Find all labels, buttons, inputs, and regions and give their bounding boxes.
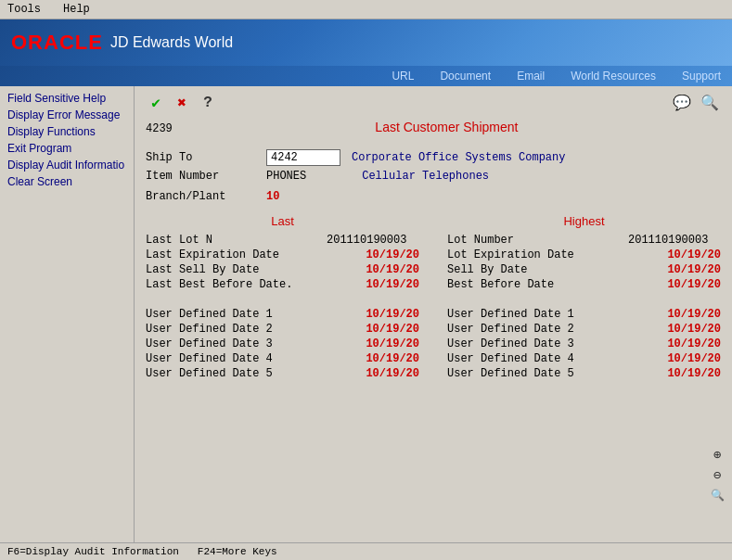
- menubar: Tools Help: [0, 0, 732, 19]
- sidebar-item-field-sensitive-help[interactable]: Field Sensitive Help: [0, 90, 134, 107]
- nav-document[interactable]: Document: [436, 68, 494, 84]
- statusbar-f24: F24=More Keys: [198, 546, 277, 557]
- ship-to-row: Ship To Corporate Office Systems Company: [146, 149, 721, 166]
- ship-to-label: Ship To: [146, 151, 266, 164]
- highest-udd4-row: User Defined Date 4 10/19/20: [447, 352, 721, 365]
- highest-udd5-row: User Defined Date 5 10/19/20: [447, 367, 721, 380]
- help-button[interactable]: ?: [198, 93, 218, 113]
- menu-help[interactable]: Help: [59, 2, 94, 17]
- nav-url[interactable]: URL: [388, 68, 417, 84]
- form-title: Last Customer Shipment: [173, 120, 721, 134]
- last-best-before-row: Last Best Before Date. 10/19/20: [146, 278, 419, 291]
- sidebar-item-display-error-message[interactable]: Display Error Message: [0, 107, 134, 123]
- highest-best-before-row: Best Before Date 10/19/20: [447, 278, 721, 291]
- menu-tools[interactable]: Tools: [4, 2, 45, 17]
- jde-title: JD Edwards World: [110, 34, 233, 51]
- statusbar: F6=Display Audit Information F24=More Ke…: [0, 542, 732, 560]
- toolbar: ✔ ✖ ? 💬 🔍: [146, 92, 721, 114]
- data-section: Last Last Lot N 201110190003 Last Expira…: [146, 214, 721, 382]
- form-id: 4239: [146, 122, 173, 135]
- main-layout: Field Sensitive Help Display Error Messa…: [0, 86, 732, 554]
- oracle-logo: ORACLE: [11, 31, 103, 55]
- highest-column: Highest Lot Number 201110190003 Lot Expi…: [447, 214, 721, 382]
- highest-udd3-row: User Defined Date 3 10/19/20: [447, 337, 721, 350]
- ship-to-company: Corporate Office Systems Company: [352, 151, 565, 164]
- branch-plant-value: 10: [266, 190, 279, 203]
- highest-lot-number-row: Lot Number 201110190003: [447, 234, 721, 247]
- last-section-header: Last: [146, 214, 419, 228]
- highest-lot-exp-row: Lot Expiration Date 10/19/20: [447, 248, 721, 261]
- oracle-header: ORACLE JD Edwards World: [0, 19, 732, 66]
- zoom-icon[interactable]: 🔍: [708, 486, 726, 504]
- last-udd3-row: User Defined Date 3 10/19/20: [146, 337, 419, 350]
- branch-plant-row: Branch/Plant 10: [146, 190, 721, 203]
- highest-section-header: Highest: [447, 214, 721, 228]
- item-number-row: Item Number PHONES Cellular Telephones: [146, 170, 721, 183]
- nav-world-resources[interactable]: World Resources: [567, 68, 660, 84]
- scroll-up-icon[interactable]: ⊕: [708, 445, 726, 464]
- last-lot-n-row: Last Lot N 201110190003: [146, 234, 419, 247]
- last-udd1-row: User Defined Date 1 10/19/20: [146, 308, 419, 321]
- content-area: ✔ ✖ ? 💬 🔍 4239 Last Customer Shipment Sh…: [135, 86, 732, 554]
- sidebar: Field Sensitive Help Display Error Messa…: [0, 86, 135, 554]
- check-button[interactable]: ✔: [146, 93, 166, 113]
- item-number-value: PHONES: [266, 170, 306, 183]
- scroll-controls: ⊕ ⊖ 🔍: [708, 445, 726, 504]
- highest-udd1-row: User Defined Date 1 10/19/20: [447, 308, 721, 321]
- sidebar-item-exit-program[interactable]: Exit Program: [0, 140, 134, 157]
- last-sell-by-row: Last Sell By Date 10/19/20: [146, 263, 419, 276]
- highest-udd2-row: User Defined Date 2 10/19/20: [447, 323, 721, 336]
- sidebar-item-display-functions[interactable]: Display Functions: [0, 123, 134, 140]
- last-udd5-row: User Defined Date 5 10/19/20: [146, 367, 419, 380]
- chat-icon[interactable]: 💬: [671, 92, 693, 114]
- statusbar-f6: F6=Display Audit Information: [7, 546, 179, 557]
- last-udd2-row: User Defined Date 2 10/19/20: [146, 323, 419, 336]
- navbar: URL Document Email World Resources Suppo…: [0, 66, 732, 86]
- last-expiration-row: Last Expiration Date 10/19/20: [146, 248, 419, 261]
- sidebar-item-display-audit[interactable]: Display Audit Informatio: [0, 157, 134, 173]
- last-udd4-row: User Defined Date 4 10/19/20: [146, 352, 419, 365]
- oracle-red-text: ORACLE: [11, 31, 103, 54]
- search-icon[interactable]: 🔍: [699, 92, 721, 114]
- sidebar-item-clear-screen[interactable]: Clear Screen: [0, 173, 134, 190]
- cancel-button[interactable]: ✖: [172, 93, 192, 113]
- branch-plant-label: Branch/Plant: [146, 190, 266, 203]
- scroll-down-icon[interactable]: ⊖: [708, 465, 726, 484]
- nav-email[interactable]: Email: [513, 68, 548, 84]
- ship-to-input[interactable]: [266, 149, 340, 166]
- item-number-label: Item Number: [146, 170, 266, 183]
- last-column: Last Last Lot N 201110190003 Last Expira…: [146, 214, 419, 382]
- nav-support[interactable]: Support: [678, 68, 725, 84]
- item-description: Cellular Telephones: [362, 170, 489, 183]
- highest-sell-by-row: Sell By Date 10/19/20: [447, 263, 721, 276]
